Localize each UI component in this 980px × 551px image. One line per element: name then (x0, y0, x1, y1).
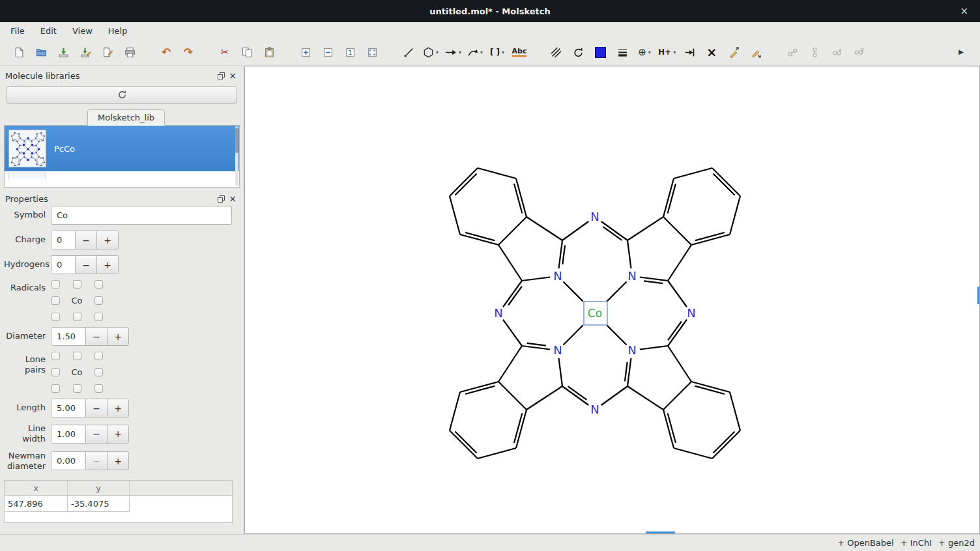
line-width-tool[interactable] (612, 42, 633, 62)
draw-bond-tool[interactable] (398, 42, 419, 62)
radical-checkbox-1[interactable] (73, 280, 81, 289)
newman-increment-button[interactable]: + (107, 452, 128, 470)
cut-icon[interactable]: ✂ (214, 42, 235, 62)
length-increment-button[interactable]: + (107, 399, 128, 417)
hydrogens-increment-button[interactable]: + (96, 256, 118, 274)
zoom-original-icon[interactable]: 1 (339, 42, 360, 62)
atom-label-n[interactable]: N (553, 269, 562, 283)
lone-pair-checkbox-1[interactable] (73, 352, 81, 360)
libraries-float-icon[interactable] (215, 70, 227, 81)
lone-pair-checkbox-3[interactable] (51, 368, 60, 376)
atom-label-n[interactable]: N (590, 403, 599, 416)
molecule-canvas[interactable]: CoNNNNNNNN (245, 66, 975, 534)
color-picker[interactable] (590, 42, 611, 62)
library-list[interactable]: PcCo (4, 126, 240, 188)
hydrogen-tool[interactable]: H+▾ (656, 42, 678, 62)
rotate-tool[interactable] (568, 42, 588, 62)
hydrogen-tool-dropdown[interactable]: ▾ (673, 49, 676, 55)
properties-close-icon[interactable]: × (227, 193, 238, 204)
length-decrement-button[interactable]: − (85, 399, 107, 417)
coord-x-value[interactable]: 547.896 (5, 496, 68, 512)
export-image-icon[interactable] (97, 42, 118, 62)
tab-molsketch-lib[interactable]: Molsketch_lib (87, 109, 165, 126)
toolbar-expand-button[interactable]: ▶ (951, 42, 972, 62)
hatch-tool[interactable] (545, 42, 566, 62)
reaction-arrow-tool[interactable]: ▾ (442, 42, 463, 62)
diameter-increment-button[interactable]: + (107, 328, 128, 345)
drawing-canvas[interactable]: CoNNNNNNNN (244, 66, 980, 534)
atom-label-n[interactable]: N (494, 306, 502, 320)
connect-tool[interactable] (679, 42, 700, 62)
radical-checkbox-3[interactable] (51, 296, 60, 305)
symbol-input[interactable] (51, 206, 232, 225)
ring-tool-dropdown[interactable]: ▾ (436, 49, 439, 55)
lone-pair-checkbox-0[interactable] (51, 352, 60, 360)
save-as-icon[interactable] (75, 42, 96, 62)
library-refresh-button[interactable] (7, 86, 237, 104)
new-file-icon[interactable] (8, 42, 29, 62)
line-width-input[interactable] (51, 425, 85, 443)
undo-icon[interactable]: ↶ (156, 42, 177, 62)
save-icon[interactable] (53, 42, 74, 62)
length-input[interactable] (51, 399, 85, 417)
library-scrollbar[interactable] (235, 126, 238, 186)
library-item-partial[interactable] (5, 171, 239, 179)
copy-icon[interactable] (237, 42, 257, 62)
bracket-tool-dropdown[interactable]: ▾ (502, 49, 504, 55)
radical-checkbox-2[interactable] (94, 280, 103, 289)
raise-item-tool[interactable] (723, 42, 744, 62)
charge-decrement-button[interactable]: − (75, 231, 96, 249)
lower-item-tool[interactable] (745, 42, 766, 62)
radical-checkbox-7[interactable] (94, 313, 103, 321)
diameter-input[interactable] (51, 328, 85, 345)
menu-view[interactable]: View (65, 24, 100, 38)
atom-label-n[interactable]: N (590, 210, 599, 223)
selected-atom-co[interactable]: Co (588, 307, 602, 320)
open-file-icon[interactable] (31, 42, 51, 62)
paste-icon[interactable] (259, 42, 280, 62)
mechanism-arrow-tool[interactable]: ▾ (465, 42, 485, 62)
hydrogens-input[interactable] (51, 256, 75, 274)
hydrogens-decrement-button[interactable]: − (75, 256, 96, 274)
coord-y-value[interactable]: -35.4075 (68, 496, 130, 512)
window-close-button[interactable]: × (956, 0, 972, 22)
radical-checkbox-0[interactable] (51, 280, 60, 289)
atom-label-n[interactable]: N (627, 343, 636, 357)
menu-help[interactable]: Help (100, 24, 136, 38)
atom-label-n[interactable]: N (627, 269, 636, 283)
print-icon[interactable] (119, 42, 140, 62)
radical-checkbox-5[interactable] (51, 313, 60, 321)
bracket-tool[interactable]: [ ]▾ (487, 42, 508, 62)
text-tool[interactable]: Abc (509, 42, 530, 62)
lone-pair-checkbox-4[interactable] (94, 368, 103, 376)
radical-checkbox-6[interactable] (73, 313, 81, 321)
ring-tool[interactable]: ▾ (420, 42, 441, 62)
zoom-in-icon[interactable] (295, 42, 316, 62)
library-item-pcco[interactable]: PcCo (5, 126, 239, 171)
menu-edit[interactable]: Edit (33, 24, 65, 38)
redo-icon[interactable]: ↷ (178, 42, 199, 62)
lone-pair-checkbox-6[interactable] (73, 384, 81, 393)
libraries-close-icon[interactable]: × (227, 70, 238, 81)
lone-pair-checkbox-2[interactable] (94, 352, 103, 360)
reaction-arrow-tool-dropdown[interactable]: ▾ (459, 49, 461, 55)
diameter-decrement-button[interactable]: − (85, 328, 107, 345)
charge-input[interactable] (51, 231, 75, 249)
newman-diameter-input[interactable] (51, 452, 85, 470)
lone-pair-checkbox-7[interactable] (94, 384, 103, 393)
radical-checkbox-4[interactable] (94, 296, 103, 305)
charge-tool-dropdown[interactable]: ▾ (648, 49, 651, 55)
atom-label-n[interactable]: N (687, 306, 695, 320)
charge-increment-button[interactable]: + (96, 231, 118, 249)
charge-tool[interactable]: ⊕▾ (634, 42, 655, 62)
lone-pair-checkbox-5[interactable] (51, 384, 60, 393)
mechanism-arrow-tool-dropdown[interactable]: ▾ (480, 49, 483, 55)
zoom-fit-icon[interactable] (362, 42, 382, 62)
menu-file[interactable]: File (3, 24, 33, 38)
delete-tool[interactable]: × (701, 42, 722, 62)
properties-float-icon[interactable] (215, 193, 227, 204)
library-scrollbar-handle[interactable] (235, 128, 238, 153)
line-width-decrement-button[interactable]: − (85, 425, 107, 443)
atom-label-n[interactable]: N (553, 343, 562, 357)
zoom-out-icon[interactable] (317, 42, 338, 62)
